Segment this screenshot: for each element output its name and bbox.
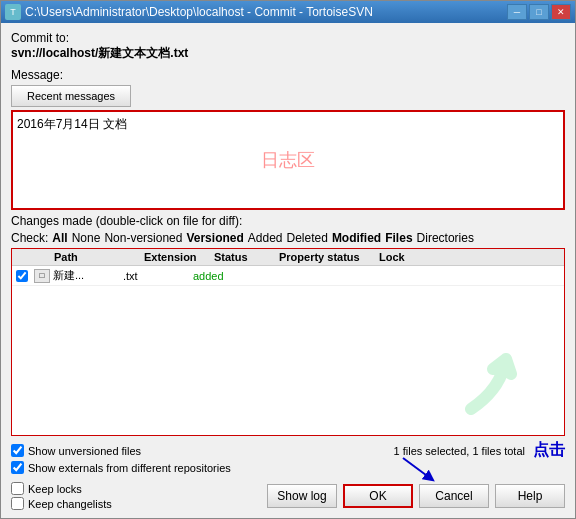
table-header: Path Extension Status Property status Lo… [12, 249, 564, 266]
recent-messages-button[interactable]: Recent messages [11, 85, 131, 107]
commit-path: svn://localhost/新建文本文档.txt [11, 45, 565, 62]
file-icon: □ [34, 269, 50, 283]
title-controls: ─ □ ✕ [507, 4, 571, 20]
row-extension: .txt [123, 270, 193, 282]
show-log-button[interactable]: Show log [267, 484, 337, 508]
status-line: Show unversioned files 1 files selected,… [11, 440, 565, 461]
filter-none[interactable]: None [72, 231, 101, 245]
commit-to-section: Commit to: svn://localhost/新建文本文档.txt [11, 31, 565, 64]
changes-label: Changes made (double-click on file for d… [11, 214, 565, 228]
right-buttons: Show log OK Cancel Help [267, 484, 565, 508]
changes-section: Changes made (double-click on file for d… [11, 214, 565, 436]
message-label: Message: [11, 68, 565, 82]
message-section: Message: Recent messages 2016年7月14日 文档 日… [11, 68, 565, 210]
show-unversioned-checkbox[interactable] [11, 444, 24, 457]
filter-files[interactable]: Files [385, 231, 412, 245]
col-header-status: Status [214, 251, 279, 263]
table-body: □ 新建... .txt added [12, 266, 564, 435]
filter-all[interactable]: All [52, 231, 67, 245]
show-externals-label[interactable]: Show externals from different repositori… [11, 461, 565, 474]
filter-deleted[interactable]: Deleted [287, 231, 328, 245]
close-button[interactable]: ✕ [551, 4, 571, 20]
help-button[interactable]: Help [495, 484, 565, 508]
filter-directories[interactable]: Directories [417, 231, 474, 245]
filter-bar: Check: All None Non-versioned Versioned … [11, 231, 565, 245]
col-header-property-status: Property status [279, 251, 379, 263]
check-label: Check: [11, 231, 48, 245]
ok-button[interactable]: OK [343, 484, 413, 508]
main-content: Commit to: svn://localhost/新建文本文档.txt Me… [1, 23, 575, 518]
show-unversioned-label[interactable]: Show unversioned files [11, 444, 141, 457]
filter-versioned[interactable]: Versioned [186, 231, 243, 245]
filter-modified[interactable]: Modified [332, 231, 381, 245]
row-status: added [193, 270, 258, 282]
table-row[interactable]: □ 新建... .txt added [12, 266, 564, 286]
title-bar: T C:\Users\Administrator\Desktop\localho… [1, 1, 575, 23]
maximize-button[interactable]: □ [529, 4, 549, 20]
col-header-extension: Extension [144, 251, 214, 263]
row-path: 新建... [53, 268, 123, 283]
window-title: C:\Users\Administrator\Desktop\localhost… [25, 5, 373, 19]
filter-non-versioned[interactable]: Non-versioned [104, 231, 182, 245]
keep-locks-label[interactable]: Keep locks [11, 482, 112, 495]
show-unversioned-text: Show unversioned files [28, 445, 141, 457]
bottom-area: Show unversioned files 1 files selected,… [11, 440, 565, 474]
commit-to-label: Commit to: [11, 31, 69, 45]
minimize-button[interactable]: ─ [507, 4, 527, 20]
message-text: 2016年7月14日 文档 [17, 116, 559, 133]
title-bar-left: T C:\Users\Administrator\Desktop\localho… [5, 4, 373, 20]
keep-changelists-label[interactable]: Keep changelists [11, 497, 112, 510]
show-externals-checkbox[interactable] [11, 461, 24, 474]
show-externals-row: Show externals from different repositori… [11, 461, 565, 474]
row-checkbox[interactable] [16, 270, 34, 282]
filter-added[interactable]: Added [248, 231, 283, 245]
keep-changelists-text: Keep changelists [28, 498, 112, 510]
left-checkboxes: Keep locks Keep changelists [11, 482, 112, 510]
keep-changelists-checkbox[interactable] [11, 497, 24, 510]
status-count: 1 files selected, 1 files total [394, 445, 525, 457]
show-externals-text: Show externals from different repositori… [28, 462, 231, 474]
rizhi-watermark: 日志区 [261, 148, 315, 172]
commit-window: T C:\Users\Administrator\Desktop\localho… [0, 0, 576, 519]
message-box[interactable]: 2016年7月14日 文档 日志区 [11, 110, 565, 210]
buttons-row: Keep locks Keep changelists Show log OK … [11, 478, 565, 512]
files-table: Path Extension Status Property status Lo… [11, 248, 565, 436]
keep-locks-text: Keep locks [28, 483, 82, 495]
keep-locks-checkbox[interactable] [11, 482, 24, 495]
cancel-button[interactable]: Cancel [419, 484, 489, 508]
app-icon: T [5, 4, 21, 20]
click-text: 点击 [533, 440, 565, 461]
col-header-lock: Lock [379, 251, 560, 263]
col-header-path: Path [54, 251, 144, 263]
